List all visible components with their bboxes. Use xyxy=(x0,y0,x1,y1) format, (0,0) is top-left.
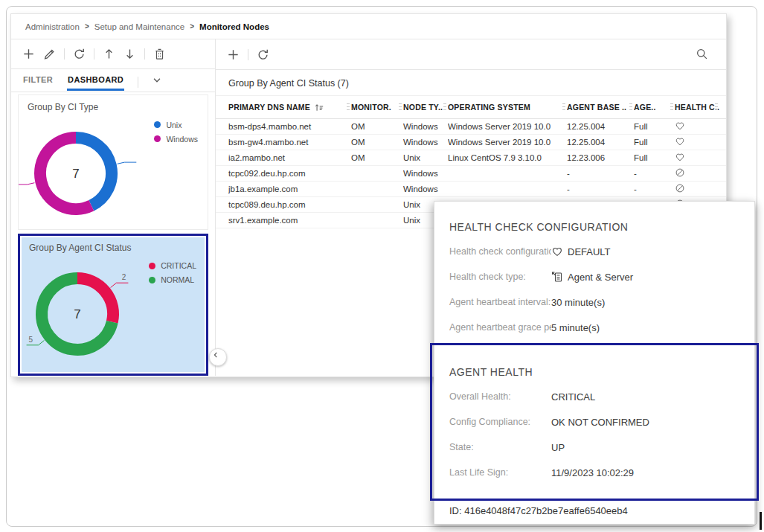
refresh-icon[interactable] xyxy=(257,48,269,61)
left-toolbar xyxy=(11,39,215,69)
details-value-text: Agent & Server xyxy=(568,272,633,283)
column-header[interactable]: AGE.. xyxy=(634,103,675,112)
column-header[interactable]: PRIMARY DNS NAME xyxy=(228,103,351,112)
column-header-label: NODE TY.. xyxy=(403,103,443,112)
column-resize-handle[interactable] xyxy=(629,103,632,112)
health-cell xyxy=(675,152,719,164)
table-row[interactable]: bsm-gw4.mambo.netOMWindowsWindows Server… xyxy=(216,135,726,150)
svg-text:7: 7 xyxy=(74,307,80,321)
filter-dashboard-panel: FILTERDASHBOARD Group By CI TypeUnixWind… xyxy=(11,39,216,376)
collapse-panel-button[interactable] xyxy=(209,348,227,366)
arrow-up-icon[interactable] xyxy=(103,48,115,60)
column-header-label: OPERATING SYSTEM xyxy=(448,103,530,112)
node-id: ID: 416e4048f47c27b2be7eaffe6540eeb4 xyxy=(434,497,754,524)
details-row: Config Compliance:OK NOT CONFIRMED xyxy=(449,409,739,435)
table-cell: Full xyxy=(634,153,675,162)
grid-title: Group By Agent CI Status (7) xyxy=(216,70,726,95)
table-cell: Windows xyxy=(403,169,448,178)
toolbar-divider xyxy=(94,48,94,60)
agent-server-icon xyxy=(551,271,563,283)
details-label: Health check type: xyxy=(449,272,551,282)
table-row[interactable]: jb1a.example.comWindows-- xyxy=(216,182,726,197)
tab-dashboard[interactable]: DASHBOARD xyxy=(67,69,124,91)
toolbar-divider xyxy=(144,48,145,60)
details-section-title: HEALTH CHECK CONFIGURATION xyxy=(449,212,739,239)
table-cell: tcpc089.deu.hp.com xyxy=(228,200,351,209)
details-row: Agent heartbeat grace perio...5 minute(s… xyxy=(449,315,739,340)
table-cell: 12.25.004 xyxy=(567,138,634,147)
plus-icon[interactable] xyxy=(22,48,35,60)
column-header-label: HEALTH C... xyxy=(675,103,719,112)
details-value: 30 minute(s) xyxy=(551,297,605,308)
donut-chart: 7 xyxy=(19,116,175,231)
details-label: Agent heartbeat grace perio... xyxy=(449,322,551,333)
details-sections: HEALTH CHECK CONFIGURATIONHealth check c… xyxy=(434,202,754,485)
chart-panel-1[interactable]: Group By Agent CI StatusCRITICALNORMAL25… xyxy=(18,234,208,376)
table-cell: OM xyxy=(351,138,403,147)
column-header[interactable]: HEALTH C... xyxy=(675,103,719,112)
column-header-label: PRIMARY DNS NAME xyxy=(228,103,310,112)
chart-panel-0[interactable]: Group By CI TypeUnixWindows7 xyxy=(18,94,208,230)
breadcrumb-item[interactable]: Setup and Maintenance xyxy=(94,22,184,31)
plus-icon[interactable] xyxy=(227,48,240,61)
breadcrumb-item[interactable]: Administration xyxy=(25,22,80,31)
svg-text:7: 7 xyxy=(72,167,79,181)
column-resize-handle[interactable] xyxy=(443,103,446,112)
table-header: PRIMARY DNS NAMEMONITOR.NODE TY..OPERATI… xyxy=(216,95,726,119)
edit-icon[interactable] xyxy=(43,48,56,60)
table-cell: Full xyxy=(634,122,675,131)
column-resize-handle[interactable] xyxy=(562,103,565,112)
table-cell: Windows Server 2019 10.0 xyxy=(448,122,567,131)
breadcrumb-separator: > xyxy=(85,22,89,31)
column-header[interactable]: NODE TY.. xyxy=(403,103,448,112)
column-header[interactable]: AGENT BASE .. xyxy=(567,103,634,112)
table-cell: jb1a.example.com xyxy=(228,185,351,193)
chevron-down-icon[interactable] xyxy=(152,75,162,86)
details-value: 11/9/2023 10:02:29 xyxy=(551,467,634,478)
column-resize-handle[interactable] xyxy=(347,103,350,112)
table-cell: Windows xyxy=(403,185,448,193)
column-header[interactable]: OPERATING SYSTEM xyxy=(448,103,567,112)
table-cell: OM xyxy=(351,153,403,162)
table-cell: - xyxy=(567,169,634,178)
trash-icon[interactable] xyxy=(153,48,166,60)
dashboard-charts: Group By CI TypeUnixWindows7Group By Age… xyxy=(11,92,215,376)
details-value-text: 5 minute(s) xyxy=(551,322,600,333)
breadcrumb: Administration>Setup and Maintenance>Mon… xyxy=(11,14,726,39)
table-cell: 12.25.004 xyxy=(567,122,634,131)
chart-title: Group By CI Type xyxy=(19,95,208,112)
heart-outline-icon xyxy=(551,246,563,257)
details-row: Agent heartbeat interval:30 minute(s) xyxy=(449,289,739,315)
details-label: Overall Health: xyxy=(449,391,551,402)
toolbar-divider xyxy=(64,48,65,60)
arrow-down-icon[interactable] xyxy=(123,48,136,60)
refresh-icon[interactable] xyxy=(73,48,86,60)
details-value: 5 minute(s) xyxy=(551,322,600,333)
breadcrumb-item: Monitored Nodes xyxy=(199,22,269,31)
svg-text:2: 2 xyxy=(122,273,126,281)
table-row[interactable]: bsm-dps4.mambo.netOMWindowsWindows Serve… xyxy=(216,119,726,135)
details-value: OK NOT CONFIRMED xyxy=(551,417,649,428)
table-row[interactable]: ia2.mambo.netOMUnixLinux CentOS 7.9 3.10… xyxy=(216,150,726,166)
table-row[interactable]: tcpc092.deu.hp.comWindows-- xyxy=(216,166,726,182)
toolbar-divider xyxy=(138,77,138,88)
tab-filter[interactable]: FILTER xyxy=(22,69,54,91)
details-section-title: AGENT HEALTH xyxy=(449,357,739,384)
column-resize-handle[interactable] xyxy=(399,103,402,112)
heart-outline-icon xyxy=(675,136,685,147)
column-resize-handle[interactable] xyxy=(670,103,673,112)
details-value-text: UP xyxy=(551,442,565,453)
details-row: Health check type:Agent & Server xyxy=(449,264,739,289)
column-header[interactable]: MONITOR. xyxy=(351,103,403,112)
column-resize-handle[interactable] xyxy=(715,103,718,112)
details-row: Overall Health:CRITICAL xyxy=(449,384,739,409)
health-cell xyxy=(675,136,719,148)
heart-outline-icon xyxy=(675,152,685,162)
details-section: AGENT HEALTHOverall Health:CRITICALConfi… xyxy=(434,357,754,485)
details-label: Last Life Sign: xyxy=(449,467,551,478)
prohibited-icon xyxy=(675,183,685,193)
search-icon[interactable] xyxy=(696,48,708,60)
details-value-text: DEFAULT xyxy=(568,246,611,257)
details-row: Last Life Sign:11/9/2023 10:02:29 xyxy=(449,460,739,485)
table-cell: - xyxy=(567,185,634,193)
